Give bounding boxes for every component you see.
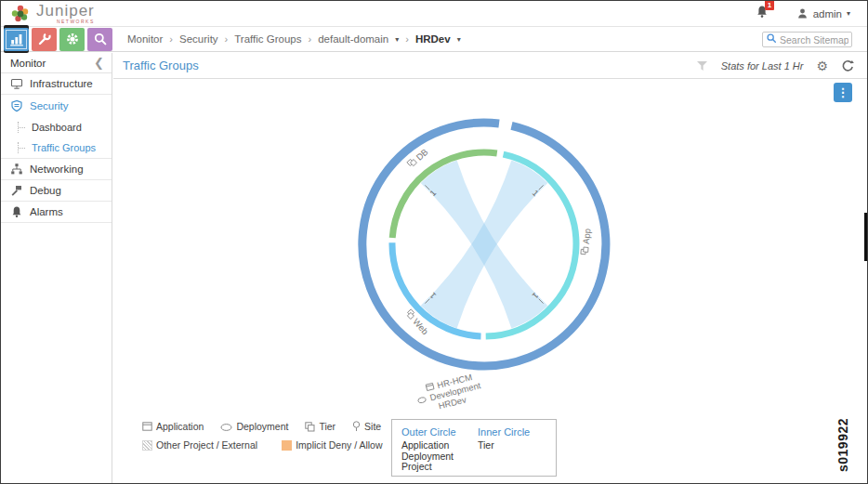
legend-site: Site [352,421,381,432]
application-icon [142,422,152,431]
legend-label: Application [156,421,204,432]
tier-label-app: App [580,228,592,255]
alarm-bell-icon [10,205,23,218]
legend-row-icons: Application Deployment Tier [142,421,381,432]
inner-circle-item: Tier [478,440,530,451]
breadcrumb-security[interactable]: Security [179,33,218,45]
user-icon [796,7,809,20]
refresh-icon [841,59,854,72]
inner-circle-title: Inner Circle [478,426,530,438]
legend-tier: Tier [305,421,335,432]
sidebar-item-networking[interactable]: Networking [1,159,112,180]
legend-label: Deployment [236,421,288,432]
tree-branch [18,142,26,153]
svg-text:DB: DB [414,147,429,163]
user-menu[interactable]: admin ▾ [796,7,850,20]
outer-circle-item: Application [401,440,478,451]
figure-id: s019922 [835,418,850,472]
monitor-workspace-button[interactable] [4,28,29,51]
sidebar-item-debug[interactable]: Debug [1,180,112,202]
orange-swatch [282,440,292,451]
legend-other-project: Other Project / External [142,439,257,451]
breadcrumb-hrdev-selector[interactable]: HRDev [415,33,451,45]
stats-period-selector[interactable]: Stats for Last 1 Hr [721,60,804,72]
gear-icon [65,32,80,46]
refresh-button[interactable] [841,59,854,72]
filter-button[interactable] [696,60,708,72]
tree-branch [18,122,26,133]
legend-label: Site [364,421,381,432]
legend-implicit-deny-allow: Implicit Deny / Allow [282,439,382,451]
shield-icon [10,99,23,112]
sidebar-item-label: Traffic Groups [32,142,96,153]
sidebar-item-label: Networking [30,164,84,175]
bar-chart-icon [9,32,24,46]
network-tree-icon [10,163,23,176]
sidebar-collapse-icon[interactable]: ❮ [94,57,104,69]
sidebar-item-label: Alarms [30,206,63,217]
breadcrumb-separator: › [405,33,409,45]
search-workspace-button[interactable] [87,28,112,51]
user-name: admin [813,8,842,20]
deployment-icon [220,423,232,431]
breadcrumb-bar: Monitor › Security › Traffic Groups › de… [112,27,867,51]
breadcrumb-monitor[interactable]: Monitor [127,33,163,45]
magnifier-icon [93,32,108,46]
chevron-down-icon[interactable]: ▾ [395,35,399,44]
search-icon [766,33,777,44]
sidebar-header: Monitor ❮ [1,53,112,73]
sidebar-item-label: Debug [30,185,61,196]
notification-badge: 1 [765,0,774,10]
traffic-groups-chord-chart[interactable]: 1111 DB App Web [331,97,638,417]
sidebar-item-alarms[interactable]: Alarms [1,202,112,223]
outer-circle-item: Project [401,462,478,473]
brand-text: Juniper NETWORKS [36,3,95,24]
svg-text:App: App [581,228,592,244]
sidebar-nav: Monitor ❮ Infrastructure Security Dashbo… [1,53,112,483]
sidebar-item-label: Infrastructure [30,78,93,89]
devices-workspace-button[interactable] [32,28,57,51]
breadcrumb-separator: › [169,33,173,45]
workspace-toolbar [1,27,112,51]
sitemap-search [762,31,852,48]
breadcrumb-separator: › [225,33,229,45]
scrollbar-thumb[interactable] [864,213,867,261]
outer-ring-label: HR-HCM Development HRDev [414,370,484,415]
hatch-swatch [142,440,152,451]
legend-application: Application [142,421,204,432]
tier-icon [305,422,315,432]
juniper-logo: Juniper NETWORKS [10,3,95,24]
chart-options-button[interactable]: ⋮ [834,83,852,102]
outer-circle-title: Outer Circle [401,426,478,438]
legend-label: Other Project / External [156,439,257,451]
sidebar-item-infrastructure[interactable]: Infrastructure [1,73,112,95]
wrench-icon [37,32,52,46]
deployment-icon [417,397,427,403]
sidebar-item-traffic-groups[interactable]: Traffic Groups [1,137,112,159]
brand-name: Juniper [36,2,95,20]
main-content: Traffic Groups Stats for Last 1 Hr ⚙ ⋮ [113,53,867,483]
chart-settings-button[interactable]: ⚙ [816,59,828,72]
sidebar-item-dashboard[interactable]: Dashboard [1,116,112,137]
application-icon [426,383,434,390]
legend-label: Tier [319,421,335,432]
chevron-down-icon[interactable]: ▾ [457,35,461,44]
notifications-button[interactable]: 1 [756,5,769,22]
breadcrumb-domain-selector[interactable]: default-domain [318,33,388,45]
content-header: Traffic Groups Stats for Last 1 Hr ⚙ [113,53,867,79]
sidebar-title: Monitor [10,58,46,69]
breadcrumb-traffic-groups[interactable]: Traffic Groups [234,33,301,45]
sidebar-item-label: Security [30,100,69,111]
debug-tool-icon [10,184,23,197]
settings-workspace-button[interactable] [59,28,85,51]
breadcrumb: Monitor › Security › Traffic Groups › de… [127,33,461,45]
sidebar-item-security[interactable]: Security [1,95,112,116]
page-title: Traffic Groups [123,59,199,72]
juniper-flower-icon [10,4,31,24]
circle-legend-box: Outer Circle Application Deployment Proj… [391,419,557,477]
chevron-down-icon: ▾ [847,9,850,18]
monitor-icon [10,77,23,90]
legend-row-swatches: Other Project / External Implicit Deny /… [142,439,383,451]
sidebar-item-label: Dashboard [32,122,82,133]
top-header-bar: Juniper NETWORKS 1 admin ▾ [1,1,867,27]
